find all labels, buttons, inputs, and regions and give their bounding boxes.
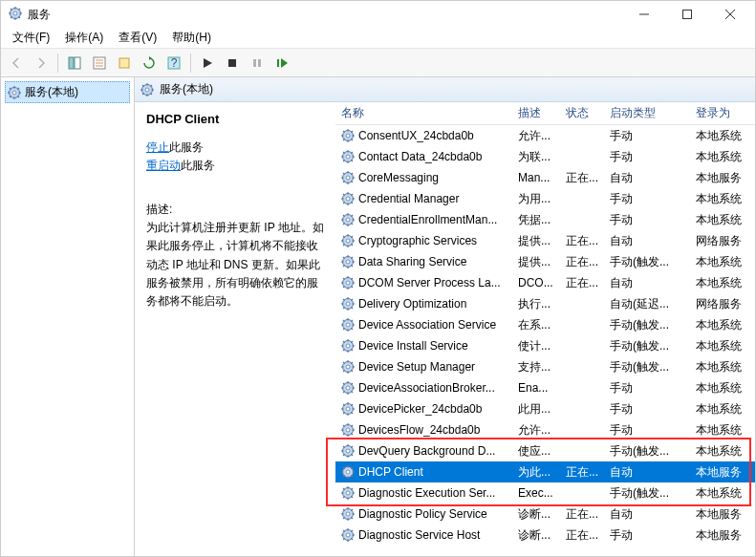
- service-row[interactable]: CoreMessagingMan...正在...自动本地服务: [335, 167, 755, 188]
- service-startup: 自动: [604, 504, 690, 525]
- service-logon: 本地系统: [690, 273, 747, 293]
- right-pane: 服务(本地) DHCP Client 停止此服务 重启动此服务 描述: 为此计算…: [135, 77, 755, 556]
- maximize-button[interactable]: [665, 1, 708, 28]
- gear-icon: [8, 86, 21, 99]
- toolbar-separator: [190, 54, 191, 73]
- window-title: 服务: [26, 7, 622, 23]
- col-desc[interactable]: 描述: [512, 102, 560, 124]
- show-hide-tree-button[interactable]: [63, 52, 86, 75]
- service-row[interactable]: Diagnostic Execution Ser...Exec...手动(触发.…: [335, 482, 755, 503]
- service-name: DevicesFlow_24cbda0b: [358, 423, 480, 437]
- tree-node-services-local[interactable]: 服务(本地): [5, 81, 130, 103]
- service-name: DCOM Server Process La...: [358, 276, 501, 289]
- pause-service-button[interactable]: [246, 52, 269, 75]
- service-startup: 手动(触发...: [604, 483, 690, 503]
- service-status: [560, 386, 604, 390]
- service-logon: 本地系统: [690, 315, 747, 335]
- service-row[interactable]: Credential Manager为用...手动本地系统: [335, 188, 755, 209]
- service-startup: 手动(触发...: [604, 336, 690, 356]
- service-row[interactable]: ConsentUX_24cbda0b允许...手动本地系统: [335, 125, 755, 146]
- app-icon: [9, 7, 22, 23]
- service-row[interactable]: DCOM Server Process La...DCO...正在...自动本地…: [335, 272, 755, 293]
- start-service-button[interactable]: [196, 52, 219, 75]
- menu-action[interactable]: 操作(A): [57, 28, 111, 48]
- service-desc: 使应...: [512, 441, 560, 461]
- main-area: 服务(本地) 服务(本地) DHCP Client 停止此服务 重启动此服务 描…: [1, 77, 755, 556]
- gear-icon: [341, 150, 355, 163]
- service-row[interactable]: DeviceAssociationBroker...Ena...手动本地系统: [335, 377, 755, 398]
- service-row[interactable]: DevQuery Background D...使应...手动(触发...本地系…: [335, 440, 755, 461]
- service-desc: 凭据...: [512, 210, 560, 230]
- service-row[interactable]: Device Install Service使计...手动(触发...本地系统: [335, 335, 755, 356]
- gear-icon: [341, 297, 355, 311]
- service-startup: 手动(触发...: [604, 315, 690, 335]
- svg-rect-23: [228, 59, 236, 67]
- service-logon: 本地系统: [690, 147, 747, 167]
- forward-button[interactable]: [30, 52, 53, 75]
- gear-icon: [341, 486, 355, 500]
- service-desc: 在系...: [512, 315, 560, 335]
- properties-button[interactable]: [88, 52, 111, 75]
- service-row[interactable]: DevicePicker_24cbda0b此用...手动本地系统: [335, 398, 755, 419]
- gear-icon: [341, 192, 355, 205]
- stop-suffix: 此服务: [169, 140, 204, 154]
- menu-bar: 文件(F) 操作(A) 查看(V) 帮助(H): [1, 28, 755, 49]
- service-status: [560, 344, 604, 348]
- service-row[interactable]: Cryptographic Services提供...正在...自动网络服务: [335, 230, 755, 251]
- service-logon: 本地系统: [690, 399, 747, 419]
- service-desc: Ena...: [512, 379, 560, 396]
- export-button[interactable]: [113, 52, 136, 75]
- service-row[interactable]: Contact Data_24cbda0b为联...手动本地系统: [335, 146, 755, 167]
- stop-service-button[interactable]: [221, 52, 244, 75]
- refresh-button[interactable]: [138, 52, 161, 75]
- service-status: [560, 449, 604, 453]
- service-row[interactable]: DHCP Client为此...正在...自动本地服务: [335, 461, 755, 482]
- col-logon[interactable]: 登录为: [690, 102, 747, 124]
- service-name: Device Setup Manager: [358, 360, 475, 374]
- restart-service-button[interactable]: [270, 52, 293, 75]
- stop-service-link[interactable]: 停止: [146, 140, 169, 154]
- service-name: CoreMessaging: [358, 171, 439, 184]
- col-status[interactable]: 状态: [560, 102, 604, 124]
- service-row[interactable]: Data Sharing Service提供...正在...手动(触发...本地…: [335, 251, 755, 272]
- service-desc: 此用...: [512, 399, 560, 419]
- service-name: Delivery Optimization: [358, 297, 466, 311]
- gear-icon: [341, 381, 355, 395]
- service-logon: 本地服务: [690, 168, 747, 188]
- tree-pane: 服务(本地): [1, 77, 135, 556]
- service-row[interactable]: Device Association Service在系...手动(触发...本…: [335, 314, 755, 335]
- svg-rect-15: [75, 57, 80, 69]
- menu-view[interactable]: 查看(V): [111, 28, 164, 48]
- col-startup[interactable]: 启动类型: [604, 102, 690, 124]
- service-logon: 本地服务: [690, 462, 747, 482]
- back-button[interactable]: [5, 52, 28, 75]
- service-row[interactable]: Diagnostic Policy Service诊断...正在...自动本地服…: [335, 503, 755, 525]
- service-logon: 本地系统: [690, 378, 747, 398]
- description-text: 为此计算机注册并更新 IP 地址。如果此服务停止，计算机将不能接收动态 IP 地…: [146, 219, 324, 311]
- minimize-button[interactable]: [622, 1, 665, 28]
- gear-icon: [341, 339, 355, 353]
- service-row[interactable]: CredentialEnrollmentMan...凭据...手动本地系统: [335, 209, 755, 230]
- gear-icon: [341, 402, 355, 416]
- service-startup: 手动(触发...: [604, 357, 690, 377]
- service-row[interactable]: Diagnostic Service Host诊断...正在...手动本地服务: [335, 525, 755, 546]
- service-row[interactable]: DevicesFlow_24cbda0b允许...手动本地系统: [335, 419, 755, 440]
- gear-icon: [341, 444, 355, 458]
- restart-service-link[interactable]: 重启动: [146, 159, 181, 172]
- service-startup: 自动(延迟...: [604, 294, 690, 314]
- help-button[interactable]: ?: [162, 52, 185, 75]
- menu-file[interactable]: 文件(F): [5, 28, 57, 48]
- gear-icon: [341, 423, 355, 437]
- service-row[interactable]: Delivery Optimization执行...自动(延迟...网络服务: [335, 293, 755, 314]
- service-name: Diagnostic Execution Ser...: [358, 486, 495, 500]
- gear-icon: [341, 318, 355, 332]
- gear-icon: [341, 234, 355, 247]
- service-row[interactable]: Device Setup Manager支持...手动(触发...本地系统: [335, 356, 755, 377]
- menu-help[interactable]: 帮助(H): [164, 28, 219, 48]
- service-startup: 手动: [604, 126, 690, 146]
- col-name[interactable]: 名称: [335, 102, 512, 124]
- close-button[interactable]: [708, 1, 751, 28]
- service-name: Diagnostic Service Host: [358, 528, 480, 542]
- service-logon: 本地系统: [690, 357, 747, 377]
- service-status: [560, 365, 604, 369]
